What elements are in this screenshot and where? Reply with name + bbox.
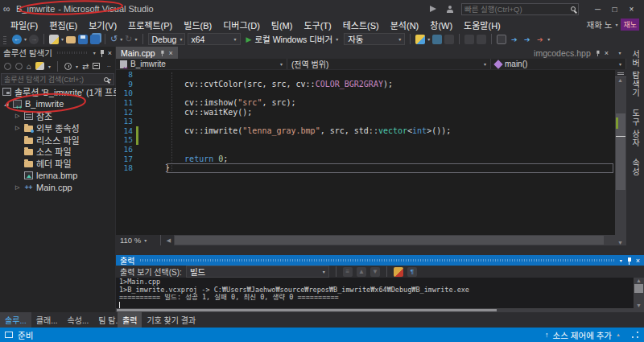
nav-scope-dropdown[interactable]: (전역 범위) ▾	[287, 59, 491, 69]
properties-icon[interactable]	[93, 63, 100, 69]
code-line-15[interactable]: 15	[116, 135, 615, 145]
pin-icon[interactable]	[595, 50, 600, 56]
tab-main-cpp[interactable]: Main.cpp ×	[116, 47, 178, 59]
tree-item-folder[interactable]: 리소스 파일	[0, 134, 115, 146]
code-line-10[interactable]: 10	[116, 89, 615, 98]
close-button[interactable]: ×	[624, 5, 639, 14]
previous-message-icon[interactable]: ▲	[357, 267, 366, 277]
break-all-icon[interactable]	[464, 35, 474, 44]
quick-launch-box[interactable]	[461, 3, 579, 15]
tree-item-solution[interactable]: 솔루션 'B_imwrite' (1개 프로젝트)	[0, 86, 115, 98]
right-tab-2[interactable]: 속성	[630, 159, 642, 176]
forward-icon[interactable]	[15, 63, 23, 70]
scrollbar-thumb[interactable]	[175, 236, 604, 245]
code-area[interactable]: 89 cv::cvtColor(src, src, cv::COLOR_BGR2…	[116, 70, 615, 235]
feedback-icon[interactable]	[446, 6, 453, 13]
menu-item-5[interactable]: 디버그(D)	[217, 18, 266, 32]
window-position-icon[interactable]: ▾	[620, 258, 622, 263]
menu-item-10[interactable]: 창(W)	[424, 18, 458, 32]
panel-splitter[interactable]	[116, 246, 644, 255]
switch-views-icon[interactable]	[35, 62, 44, 70]
maximize-button[interactable]: □	[607, 5, 622, 14]
navigate-forward-icon[interactable]: →	[29, 35, 39, 44]
navigate-backward-icon[interactable]: ←	[12, 35, 22, 44]
code-line-13[interactable]: 13	[116, 117, 615, 126]
code-line-12[interactable]: 12 cv::waitKey();	[116, 107, 615, 117]
attach-to-process-icon[interactable]	[432, 35, 442, 44]
bottom-tab-right-1[interactable]: 기호 찾기 결과	[142, 312, 200, 328]
collapsed-arrow-icon[interactable]: ▷	[15, 125, 24, 131]
solution-search-input[interactable]	[4, 76, 104, 84]
navigate-back-dropdown-icon[interactable]: ▾	[24, 36, 27, 42]
chevron-down-icon[interactable]: ▾	[427, 36, 430, 42]
tree-item-project[interactable]: ◢B_imwrite	[0, 98, 115, 110]
menu-item-11[interactable]: 도움말(H)	[458, 18, 506, 32]
code-line-8[interactable]: 8	[116, 70, 615, 80]
clear-all-icon[interactable]	[394, 267, 403, 277]
tree-item-folder[interactable]: 소스 파일	[0, 146, 115, 158]
output-text[interactable]: 1>Main.cpp1>B_imwrite.vcxproj -> C:₩User…	[116, 278, 634, 308]
back-icon[interactable]	[4, 63, 11, 70]
restart-icon[interactable]	[477, 35, 486, 44]
source-control-button[interactable]: ↑ 소스 제어에 추가 ▲	[545, 329, 639, 341]
auto-select[interactable]: 자동 ▾	[344, 33, 405, 45]
toggle-word-wrap-icon[interactable]: ¶	[407, 267, 417, 277]
sync-with-active-document-icon[interactable]: ⇄	[82, 62, 89, 71]
window-position-icon[interactable]: ▾	[93, 50, 96, 56]
new-item-dropdown-icon[interactable]: ▾	[61, 36, 64, 42]
menu-item-3[interactable]: 프로젝트(P)	[122, 18, 178, 32]
redo-dropdown-icon[interactable]: ▾	[134, 36, 137, 42]
find-in-files-icon[interactable]	[444, 35, 454, 44]
resize-grip[interactable]	[631, 331, 639, 339]
pending-changes-filter-icon[interactable]	[64, 63, 72, 70]
menu-item-4[interactable]: 빌드(B)	[178, 18, 217, 32]
horizontal-scrollbar[interactable]	[174, 235, 615, 245]
save-all-icon[interactable]	[90, 35, 100, 44]
code-line-18[interactable]: 18}	[116, 163, 615, 173]
close-icon[interactable]: ×	[605, 49, 609, 57]
output-source-select[interactable]: 빌드 ▾	[186, 266, 329, 278]
code-line-16[interactable]: 16	[116, 145, 615, 155]
undo-dropdown-icon[interactable]: ▾	[120, 36, 122, 42]
overflow-icon[interactable]: ··	[107, 63, 111, 70]
bottom-tab-right-0[interactable]: 출력	[118, 312, 142, 328]
avatar[interactable]: 재노	[621, 19, 639, 31]
scroll-up-icon[interactable]: ▲	[634, 278, 644, 283]
new-project-icon[interactable]	[49, 35, 59, 44]
close-icon[interactable]: ×	[108, 49, 112, 57]
open-file-icon[interactable]	[66, 36, 76, 43]
step-into-icon[interactable]: ➔	[509, 35, 519, 43]
nav-member-dropdown[interactable]: main() ▾	[491, 59, 626, 69]
toolbar-grip[interactable]	[3, 35, 6, 44]
output-header[interactable]: 출력 ▾ ×	[116, 255, 644, 266]
nav-project-dropdown[interactable]: B_imwrite ▾	[116, 59, 287, 69]
expanded-arrow-icon[interactable]: ◢	[4, 101, 13, 107]
menu-item-1[interactable]: 편집(E)	[43, 18, 83, 32]
split-editor-handle[interactable]	[615, 70, 626, 77]
tree-item-references[interactable]: ▷참조	[0, 110, 115, 122]
zoom-select[interactable]: 110 % ▾	[116, 236, 158, 245]
scroll-down-icon[interactable]: ▼	[634, 303, 644, 308]
code-line-17[interactable]: 17 return 0;	[116, 154, 615, 163]
collapsed-arrow-icon[interactable]: ▷	[15, 184, 24, 191]
bottom-tab-left-1[interactable]: 클래...	[31, 312, 63, 328]
user-account-area[interactable]: 재화 노 ▾ 재노	[587, 19, 639, 31]
quick-actions-icon[interactable]	[415, 35, 425, 44]
scroll-up-icon[interactable]: ▲	[615, 77, 625, 83]
chevron-down-icon[interactable]: ▾	[76, 64, 78, 69]
start-debugging-button[interactable]: ▶ 로컬 Windows 디버거 ▾	[243, 33, 342, 45]
solution-configuration-select[interactable]: Debug ▾	[148, 33, 185, 45]
tree-item-folder_deps[interactable]: ▷외부 종속성	[0, 122, 115, 134]
step-out-icon[interactable]: ➔	[535, 35, 545, 43]
code-line-9[interactable]: 9 cv::cvtColor(src, src, cv::COLOR_BGR2G…	[116, 80, 615, 89]
close-icon[interactable]: ×	[636, 257, 640, 265]
tab-list-dropdown-icon[interactable]: ▾	[613, 47, 626, 59]
tree-item-folder[interactable]: 헤더 파일	[0, 158, 115, 170]
scroll-down-icon[interactable]: ▼	[615, 240, 625, 245]
pin-icon[interactable]	[626, 257, 632, 265]
close-icon[interactable]: ×	[169, 49, 173, 57]
chevron-down-icon[interactable]: ▾	[48, 64, 51, 69]
menu-item-6[interactable]: 팀(M)	[266, 18, 299, 32]
solution-platform-select[interactable]: x64 ▾	[188, 33, 241, 45]
scroll-left-icon[interactable]: ◀	[163, 237, 174, 244]
